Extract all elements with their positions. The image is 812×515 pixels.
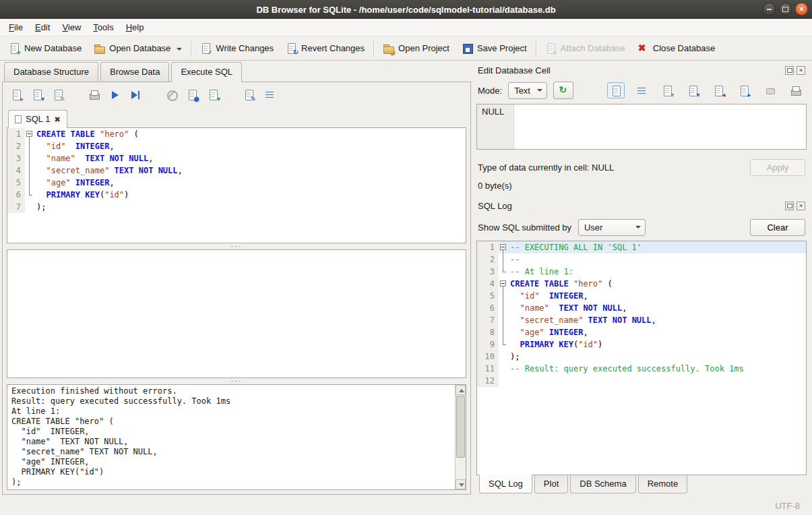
fold-marker	[499, 253, 508, 266]
menu-item-help[interactable]: Help	[120, 20, 150, 35]
code-text: );	[34, 201, 46, 213]
minimize-icon[interactable]	[763, 3, 776, 16]
clear-button[interactable]: Clear	[750, 219, 805, 236]
code-text: CREATE TABLE "hero" (	[34, 128, 139, 140]
tab-sql-log[interactable]: SQL Log	[479, 475, 532, 493]
float-panel-icon[interactable]	[785, 66, 794, 75]
badge-glyph: ✎	[60, 96, 65, 102]
sql-log-panel-title: SQL Log	[478, 201, 782, 211]
tab-db-schema[interactable]: DB Schema	[570, 475, 635, 493]
splitter-handle[interactable]: ···	[7, 243, 466, 249]
maximize-icon[interactable]	[779, 3, 792, 16]
word-wrap-button[interactable]	[633, 82, 650, 98]
print-cell-button[interactable]	[786, 82, 804, 98]
code-line: 10);	[477, 351, 806, 363]
execution-log[interactable]: Execution finished without errors. Resul…	[7, 384, 466, 490]
tab-remote[interactable]: Remote	[638, 475, 688, 493]
open-database-button[interactable]: Open Database	[88, 40, 188, 57]
menu-item-view[interactable]: View	[56, 20, 87, 35]
tab-plot[interactable]: Plot	[534, 475, 568, 493]
menu-item-file[interactable]: File	[3, 20, 29, 35]
menu-item-edit[interactable]: Edit	[29, 20, 56, 35]
close-database-button[interactable]: Close Database	[631, 40, 722, 57]
button-label: Open Database	[109, 43, 170, 53]
code-text: -- Result: query executed successfully. …	[508, 363, 744, 375]
save-sql-file-button[interactable]: ▾	[32, 89, 43, 103]
scrollbar[interactable]	[455, 385, 466, 489]
sql-log-view[interactable]: 1-- EXECUTING ALL IN 'SQL 1'2--3-- At li…	[476, 241, 807, 475]
import-data-button[interactable]: ◂	[710, 82, 727, 98]
fold-marker[interactable]	[499, 241, 508, 253]
fold-marker	[499, 290, 508, 302]
save-sql-file-as-button[interactable]: ✎	[53, 89, 64, 103]
menu-item-tools[interactable]: Tools	[87, 20, 119, 35]
fold-marker[interactable]	[499, 278, 508, 290]
execute-sql-pane: ▸▾✎●▾✎ SQL 1 1CREATE TABLE "hero" (2 "id…	[2, 82, 471, 495]
tab-sql-1[interactable]: SQL 1	[8, 110, 67, 128]
cell-editor[interactable]: NULL	[476, 104, 807, 150]
code-line: 4 "secret_name" TEXT NOT NULL,	[7, 164, 466, 177]
code-line: 6 PRIMARY KEY("id")	[7, 189, 466, 201]
code-line: 2 "id" INTEGER,	[7, 140, 466, 152]
apply-data-button[interactable]	[553, 82, 573, 99]
revert-changes-button[interactable]: ↻Revert Changes	[280, 40, 371, 57]
line-number: 4	[7, 164, 25, 177]
open-sql-file-button[interactable]: ▸	[11, 89, 22, 103]
tab-database-structure[interactable]: Database Structure	[4, 62, 98, 82]
find-replace-button[interactable]: ✎	[243, 89, 255, 103]
close-tab-icon[interactable]	[54, 114, 60, 124]
close-icon[interactable]	[795, 3, 808, 16]
sql-tab-bar: SQL 1	[7, 109, 466, 128]
badge-glyph: ✓	[208, 49, 213, 56]
tab-execute-sql[interactable]: Execute SQL	[171, 62, 242, 82]
export-results-button[interactable]: ●	[187, 89, 198, 103]
new-database-button[interactable]: +New Database	[3, 40, 88, 57]
badge-glyph: +	[16, 49, 22, 56]
save-project-icon	[462, 42, 473, 54]
line-number: 2	[477, 253, 499, 266]
cell-icon-group: ▾▾◂▸	[607, 82, 805, 98]
badge-glyph: ●	[193, 96, 199, 102]
execute-all-button[interactable]	[109, 89, 121, 103]
code-text: "name" TEXT NOT NULL,	[508, 302, 627, 314]
close-panel-icon[interactable]	[797, 202, 805, 210]
titlebar[interactable]: DB Browser for SQLite - /home/user/code/…	[0, 0, 812, 19]
tab-browse-data[interactable]: Browse Data	[100, 62, 169, 82]
badge-glyph: ▾	[696, 92, 699, 98]
text-format-button[interactable]	[607, 82, 625, 98]
save-project-button[interactable]: Save Project	[456, 40, 533, 57]
submitter-select[interactable]: User	[578, 219, 646, 236]
close-panel-icon[interactable]	[797, 66, 805, 75]
dropdown-arrow-icon[interactable]	[177, 48, 182, 51]
print-sql-button[interactable]	[88, 89, 100, 103]
save-file-button[interactable]: ▾	[684, 82, 701, 98]
sql-editor[interactable]: 1CREATE TABLE "hero" (2 "id" INTEGER,3 "…	[7, 127, 466, 243]
execute-line-button[interactable]	[130, 89, 142, 103]
code-text: );	[508, 351, 520, 363]
open-project-button[interactable]: ●Open Project	[377, 40, 456, 57]
code-text: --	[508, 253, 520, 266]
scroll-thumb[interactable]	[456, 396, 465, 458]
fold-marker	[499, 363, 508, 375]
submitter-value: User	[584, 222, 602, 233]
mode-select[interactable]: Text	[508, 82, 547, 99]
export-data-button[interactable]: ▸	[735, 82, 753, 98]
save-results-button[interactable]: ▾	[208, 89, 219, 103]
float-panel-icon[interactable]	[785, 202, 794, 210]
save-results-icon: ▾	[208, 89, 219, 100]
open-file-button[interactable]: ▾	[658, 82, 676, 98]
format-sql-button[interactable]	[264, 89, 276, 103]
splitter-handle[interactable]: ···	[7, 378, 466, 384]
save-sql-file-icon: ▾	[32, 89, 43, 100]
fold-marker	[499, 338, 508, 351]
float-glyph	[787, 68, 792, 73]
scroll-up-icon[interactable]	[456, 385, 466, 395]
line-number: 12	[477, 375, 499, 387]
sql-log-toolbar: Show SQL submitted by User Clear	[476, 214, 807, 241]
write-changes-button[interactable]: ✓Write Changes	[194, 40, 280, 57]
window-title: DB Browser for SQLite - /home/user/code/…	[0, 5, 812, 15]
fold-marker[interactable]	[25, 128, 34, 140]
button-label: Open Project	[398, 43, 449, 53]
scroll-down-icon[interactable]	[456, 479, 466, 489]
results-grid[interactable]	[7, 249, 466, 378]
